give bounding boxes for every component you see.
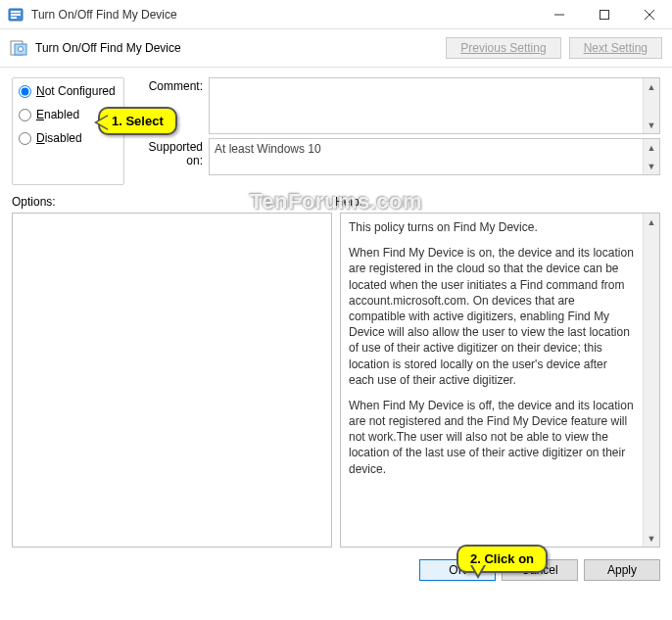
- maximize-button[interactable]: [582, 0, 627, 29]
- help-label: Help:: [335, 195, 362, 209]
- scroll-down-icon[interactable]: ▼: [644, 158, 659, 174]
- svg-rect-1: [11, 11, 21, 13]
- options-content: [13, 214, 331, 547]
- svg-rect-2: [11, 14, 21, 16]
- help-p3: When Find My Device is off, the device a…: [349, 398, 635, 477]
- annotation-click: 2. Click on: [456, 545, 548, 573]
- policy-title: Turn On/Off Find My Device: [35, 41, 181, 55]
- comment-field[interactable]: ▲ ▼: [209, 77, 660, 134]
- scroll-up-icon[interactable]: ▲: [644, 139, 659, 156]
- scroll-down-icon[interactable]: ▼: [644, 530, 659, 547]
- radio-not-configured-input[interactable]: [19, 85, 31, 98]
- close-button[interactable]: [627, 0, 672, 29]
- supported-label: Supported on:: [130, 138, 209, 181]
- options-pane: [12, 213, 332, 548]
- supported-text: At least Windows 10: [210, 139, 643, 174]
- annotation-select: 1. Select: [98, 107, 177, 135]
- previous-setting-button[interactable]: Previous Setting: [446, 37, 560, 59]
- dialog-footer: OK Cancel Apply: [0, 553, 672, 591]
- svg-point-10: [19, 47, 24, 52]
- minimize-button[interactable]: [537, 0, 582, 29]
- radio-disabled-input[interactable]: [19, 132, 31, 145]
- titlebar: Turn On/Off Find My Device: [0, 0, 672, 29]
- radio-enabled-input[interactable]: [19, 109, 31, 121]
- help-p1: This policy turns on Find My Device.: [349, 219, 635, 235]
- help-scrollbar[interactable]: ▲ ▼: [643, 214, 659, 547]
- help-content: This policy turns on Find My Device. Whe…: [341, 214, 643, 547]
- radio-not-configured[interactable]: Not Configured: [19, 84, 118, 98]
- svg-rect-3: [11, 17, 17, 19]
- supported-field: At least Windows 10 ▲ ▼: [209, 138, 660, 175]
- window-title: Turn On/Off Find My Device: [31, 8, 537, 22]
- scroll-down-icon[interactable]: ▼: [644, 117, 659, 133]
- toolbar: Turn On/Off Find My Device Previous Sett…: [0, 29, 672, 68]
- policy-icon: [10, 40, 27, 56]
- next-setting-button[interactable]: Next Setting: [569, 37, 662, 59]
- app-icon: [8, 7, 24, 23]
- help-p2: When Find My Device is on, the device an…: [349, 245, 635, 388]
- svg-rect-5: [600, 10, 609, 19]
- apply-button[interactable]: Apply: [584, 559, 660, 581]
- comment-textarea[interactable]: [210, 78, 643, 133]
- comment-scrollbar[interactable]: ▲ ▼: [643, 78, 659, 133]
- scroll-up-icon[interactable]: ▲: [644, 214, 659, 230]
- scroll-up-icon[interactable]: ▲: [644, 78, 659, 95]
- options-label: Options:: [12, 195, 335, 209]
- supported-scrollbar[interactable]: ▲ ▼: [643, 139, 659, 174]
- help-pane: This policy turns on Find My Device. Whe…: [340, 213, 660, 548]
